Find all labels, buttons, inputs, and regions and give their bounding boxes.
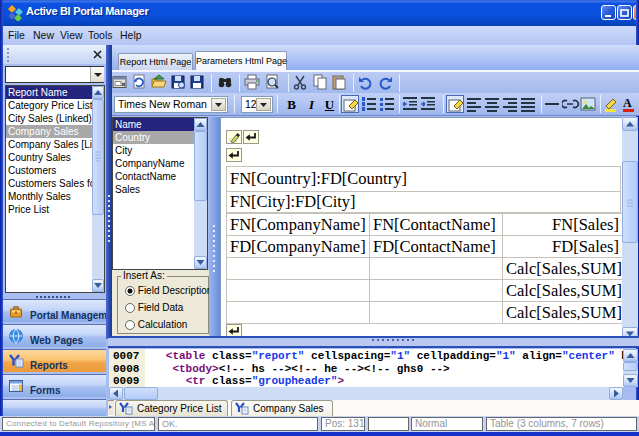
svg-text:A: A (623, 96, 632, 110)
